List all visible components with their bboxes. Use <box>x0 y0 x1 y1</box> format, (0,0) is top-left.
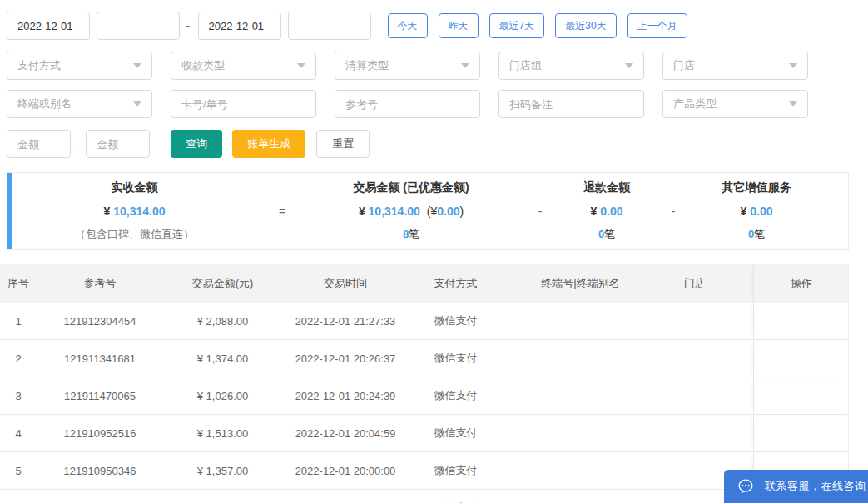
customer-service-button[interactable]: 联系客服，在线咨询 <box>724 470 868 503</box>
quick-today-button[interactable]: 今天 <box>388 13 428 38</box>
transaction-amount-label: 交易金额 (已优惠金额) <box>353 180 469 195</box>
row-store <box>657 303 753 339</box>
text-filter-row: 终端或别名 产品类型 <box>7 90 864 118</box>
table-row: 1 121912304454 ¥ 2,088.00 2022-12-01 21:… <box>0 303 848 340</box>
row-store <box>657 415 753 451</box>
terminal-alias-select[interactable]: 终端或别名 <box>7 90 152 118</box>
product-type-select[interactable]: 产品类型 <box>662 90 808 118</box>
card-number-input[interactable] <box>171 90 316 118</box>
row-store <box>657 377 753 414</box>
date-range-separator: ~ <box>180 20 198 32</box>
discount-open: (¥ <box>427 205 437 218</box>
row-method: 微信支付 <box>408 490 503 503</box>
discount-close: ) <box>459 205 464 218</box>
chevron-down-icon <box>133 101 141 106</box>
refund-amount-value: ¥ 0.00 <box>591 205 623 218</box>
filter-panel: ~ 今天 昨天 最近7天 最近30天 上一个月 支付方式 收款类型 清算类型 <box>7 12 864 158</box>
row-time: 2022-12-01 20:04:59 <box>283 415 408 451</box>
received-amount-value: ¥ 10,314.00 <box>104 205 166 218</box>
transaction-count-unit: 笔 <box>409 228 419 240</box>
summary-panel: 实收金额 ¥ 10,314.00 （包含口碑、微信直连） = 交易金额 (已优惠… <box>7 172 849 250</box>
refund-amount-label: 退款金额 <box>583 180 630 195</box>
chat-bubble-icon <box>737 477 755 496</box>
row-action <box>753 340 849 377</box>
row-time: 2022-12-01 21:27:33 <box>283 303 408 339</box>
quick-last30days-button[interactable]: 最近30天 <box>555 13 616 38</box>
row-action <box>753 377 849 414</box>
row-terminal <box>503 490 657 503</box>
row-reference: 121911341681 <box>37 340 162 377</box>
row-amount: ¥ 1,357.00 <box>162 452 283 489</box>
terminal-alias-select-label: 终端或别名 <box>17 96 72 111</box>
top-divider <box>0 2 850 2</box>
customer-service-label: 联系客服，在线咨询 <box>765 479 866 494</box>
store-select[interactable]: 门店 <box>662 52 808 80</box>
transaction-amount-number: 10,314.00 <box>369 205 420 218</box>
row-index: 6 <box>0 490 37 503</box>
row-time: 2022-12-01 20:26:37 <box>283 340 408 377</box>
row-method: 微信支付 <box>408 452 503 489</box>
amount-max-input[interactable] <box>86 130 150 158</box>
start-date-input[interactable] <box>7 12 90 40</box>
transaction-count: 8笔 <box>403 227 419 242</box>
end-date-input[interactable] <box>198 12 281 40</box>
end-time-input[interactable] <box>288 12 371 40</box>
header-action: 操作 <box>753 264 849 303</box>
other-services-value: ¥ 0.00 <box>741 205 773 218</box>
row-time: 2022-12-01 20:24:39 <box>283 377 408 414</box>
header-amount: 交易金额(元) <box>162 264 283 303</box>
quick-yesterday-button[interactable]: 昨天 <box>439 13 479 38</box>
row-time: 2022-12-01 20:00:00 <box>283 452 408 489</box>
collection-type-select[interactable]: 收款类型 <box>171 52 316 80</box>
collection-type-select-label: 收款类型 <box>181 58 225 73</box>
summary-grid: 实收金额 ¥ 10,314.00 （包含口碑、微信直连） = 交易金额 (已优惠… <box>12 173 848 249</box>
refund-count: 0笔 <box>598 227 615 242</box>
currency-symbol: ¥ <box>591 205 598 218</box>
amount-action-row: - 查询 账单生成 重置 <box>7 130 864 158</box>
other-services-number: 0.00 <box>750 205 772 218</box>
row-index: 5 <box>0 452 37 489</box>
table-row: 2 121911341681 ¥ 1,374.00 2022-12-01 20:… <box>0 340 848 377</box>
currency-symbol: ¥ <box>359 205 365 218</box>
row-index: 4 <box>0 415 37 451</box>
table-row: 3 121911470065 ¥ 1,026.00 2022-12-01 20:… <box>0 377 848 415</box>
row-terminal <box>503 452 657 489</box>
received-amount-note: （包含口碑、微信直连） <box>75 227 194 242</box>
settlement-type-select[interactable]: 清算类型 <box>335 52 480 80</box>
row-store <box>657 340 753 377</box>
payment-method-select[interactable]: 支付方式 <box>7 52 152 80</box>
header-method: 支付方式 <box>408 264 503 303</box>
row-reference: 121910950346 <box>37 452 162 489</box>
row-reference: 121912304454 <box>37 303 162 339</box>
row-amount: ¥ 1,026.00 <box>162 377 283 414</box>
quick-last7days-button[interactable]: 最近7天 <box>489 13 545 38</box>
row-action <box>753 415 849 451</box>
row-method: 微信支付 <box>408 415 503 451</box>
table-row: 4 121910952516 ¥ 1,513.00 2022-12-01 20:… <box>0 415 848 452</box>
reset-button[interactable]: 重置 <box>316 130 370 158</box>
row-action <box>753 303 849 339</box>
query-button[interactable]: 查询 <box>171 130 222 158</box>
received-amount-label: 实收金额 <box>112 180 158 195</box>
transaction-amount-block: 交易金额 (已优惠金额) ¥ 10,314.00 (¥0.00) 8笔 <box>307 180 515 242</box>
quick-lastmonth-button[interactable]: 上一个月 <box>627 13 687 38</box>
start-time-input[interactable] <box>97 12 180 40</box>
amount-min-input[interactable] <box>7 130 71 158</box>
reference-number-input[interactable] <box>335 90 480 118</box>
row-terminal <box>503 340 657 377</box>
scan-note-input[interactable] <box>498 90 644 118</box>
minus-sign: - <box>515 180 565 242</box>
row-reference: 121911470065 <box>37 377 162 414</box>
refund-amount-block: 退款金额 ¥ 0.00 0笔 <box>565 180 648 242</box>
row-reference: 121910952516 <box>37 415 162 451</box>
row-index: 3 <box>0 377 37 414</box>
table-row: 5 121910950346 ¥ 1,357.00 2022-12-01 20:… <box>0 452 848 490</box>
other-services-label: 其它增值服务 <box>722 180 791 195</box>
store-group-select[interactable]: 门店组 <box>498 52 644 80</box>
row-amount: ¥ 13.00 <box>162 490 283 503</box>
product-type-select-label: 产品类型 <box>673 96 717 111</box>
generate-bill-button[interactable]: 账单生成 <box>232 130 305 158</box>
other-services-block: 其它增值服务 ¥ 0.00 0笔 <box>698 180 815 242</box>
store-group-select-label: 门店组 <box>509 58 542 73</box>
store-select-label: 门店 <box>673 58 695 73</box>
